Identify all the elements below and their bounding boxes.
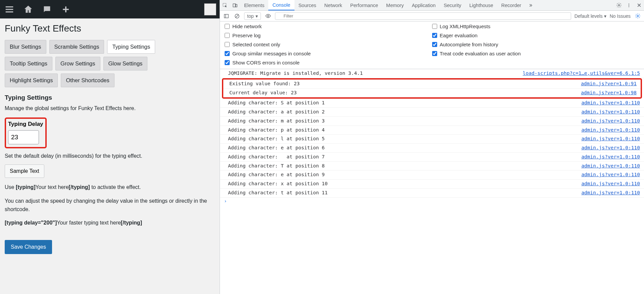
log-source-link[interactable]: admin.js?ver=1.0:110 xyxy=(581,171,640,179)
log-source-link[interactable]: admin.js?ver=1.0:110 xyxy=(581,180,640,188)
log-source-link[interactable]: admin.js?ver=1.0:110 xyxy=(581,144,640,152)
usage-open-tag: [typing] xyxy=(16,184,36,190)
log-message: Adding character: a at position 2 xyxy=(228,108,581,116)
setting-group-similar[interactable]: Group similar messages in console xyxy=(225,51,432,56)
svg-point-18 xyxy=(267,15,269,16)
tab-glow-settings[interactable]: Glow Settings xyxy=(103,57,148,70)
tab-scramble-settings[interactable]: Scramble Settings xyxy=(49,40,104,54)
setting-label: Log XMLHttpRequests xyxy=(440,23,491,29)
tab-network[interactable]: Network xyxy=(320,0,346,10)
kebab-menu-icon[interactable] xyxy=(624,0,634,10)
log-levels-selector[interactable]: Default levels▾ xyxy=(574,13,606,19)
tab-memory[interactable]: Memory xyxy=(382,0,408,10)
usage-suffix: to activate the effect. xyxy=(90,184,141,190)
tab-blur-settings[interactable]: Blur Settings xyxy=(5,40,46,54)
log-row: Adding character: at position 7admin.js?… xyxy=(220,153,644,162)
checkbox[interactable] xyxy=(225,51,230,56)
log-source-link[interactable]: admin.js?ver=1.0:98 xyxy=(581,89,637,97)
console-prompt[interactable]: › xyxy=(220,198,644,204)
save-changes-button[interactable]: Save Changes xyxy=(5,240,52,254)
sample-text-button[interactable]: Sample Text xyxy=(5,164,44,178)
tab-highlight-settings[interactable]: Highlight Settings xyxy=(5,74,58,87)
inspect-element-icon[interactable] xyxy=(220,0,230,10)
checkbox[interactable] xyxy=(432,24,437,29)
setting-label: Show CORS errors in console xyxy=(232,60,300,65)
tab-grow-settings[interactable]: Grow Settings xyxy=(55,57,100,70)
chevron-down-icon: ▾ xyxy=(256,13,258,19)
setting-autocomplete[interactable]: Autocomplete from history xyxy=(432,42,640,47)
log-source-link[interactable]: admin.js?ver=1.0:110 xyxy=(581,135,640,143)
checkbox[interactable] xyxy=(432,42,437,47)
setting-cors-errors[interactable]: Show CORS errors in console xyxy=(225,60,432,65)
toggle-device-icon[interactable] xyxy=(230,0,240,10)
toggle-sidebar-icon[interactable] xyxy=(223,12,230,20)
setting-treat-eval[interactable]: Treat code evaluation as user action xyxy=(432,51,640,56)
tab-lighthouse[interactable]: Lighthouse xyxy=(465,0,497,10)
checkbox[interactable] xyxy=(225,24,230,29)
log-source-link[interactable]: admin.js?ver=1.0:110 xyxy=(581,108,640,116)
chevron-down-icon: ▾ xyxy=(604,13,606,19)
issues-button[interactable]: No Issues xyxy=(610,13,631,19)
typing-delay-input[interactable] xyxy=(8,130,39,144)
svg-rect-14 xyxy=(224,14,228,18)
plus-icon[interactable] xyxy=(60,3,72,15)
tab-elements[interactable]: Elements xyxy=(240,0,268,10)
log-message: JQMIGRATE: Migrate is installed, version… xyxy=(228,70,523,77)
settings-gear-icon[interactable] xyxy=(614,0,624,10)
log-message: Existing value found: 23 xyxy=(229,80,581,88)
tab-performance[interactable]: Performance xyxy=(346,0,382,10)
setting-label: Eager evaluation xyxy=(440,33,478,38)
svg-point-9 xyxy=(629,3,629,4)
close-devtools-icon[interactable] xyxy=(634,0,644,10)
log-source-link[interactable]: admin.js?ver=1.0:110 xyxy=(581,99,640,107)
tab-other-shortcodes[interactable]: Other Shortcodes xyxy=(61,74,114,87)
clear-console-icon[interactable] xyxy=(233,12,241,20)
log-source-link[interactable]: admin.js?ver=1.0:110 xyxy=(581,117,640,125)
setting-hide-network[interactable]: Hide network xyxy=(225,23,432,29)
checkbox[interactable] xyxy=(432,51,437,56)
tab-tooltip-settings[interactable]: Tooltip Settings xyxy=(5,57,52,70)
log-source-link[interactable]: admin.js?ver=1.0:91 xyxy=(581,80,637,88)
setting-eager-eval[interactable]: Eager evaluation xyxy=(432,33,640,38)
setting-selected-context[interactable]: Selected context only xyxy=(225,42,432,47)
tab-recorder[interactable]: Recorder xyxy=(497,0,525,10)
log-source-link[interactable]: admin.js?ver=1.0:110 xyxy=(581,189,640,197)
checkbox[interactable] xyxy=(225,33,230,38)
page-title: Funky Text Effects xyxy=(5,23,215,34)
checkbox[interactable] xyxy=(225,60,230,65)
tab-console[interactable]: Console xyxy=(268,0,294,10)
tab-application[interactable]: Application xyxy=(408,0,440,10)
console-settings-gear-icon[interactable] xyxy=(634,12,641,20)
menu-icon[interactable] xyxy=(3,3,15,15)
log-source-link[interactable]: admin.js?ver=1.0:110 xyxy=(581,127,640,134)
example-open-tag: [typing delay="200"] xyxy=(5,220,57,226)
svg-point-8 xyxy=(618,4,619,6)
typing-delay-label: Typing Delay xyxy=(8,121,43,128)
console-filter-input[interactable] xyxy=(275,12,571,20)
console-settings-grid: Hide network Log XMLHttpRequests Preserv… xyxy=(220,21,644,69)
example-paragraph: [typing delay="200"]Your faster typing t… xyxy=(5,219,215,227)
log-source-link[interactable]: admin.js?ver=1.0:110 xyxy=(581,153,640,161)
tab-sources[interactable]: Sources xyxy=(294,0,320,10)
context-selector[interactable]: top▾ xyxy=(244,12,261,20)
live-expression-icon[interactable] xyxy=(264,12,272,20)
comment-icon[interactable] xyxy=(41,3,53,15)
example-close-tag: [/typing] xyxy=(121,220,142,226)
checkbox[interactable] xyxy=(432,33,437,38)
tab-security[interactable]: Security xyxy=(440,0,465,10)
log-source-link[interactable]: admin.js?ver=1.0:110 xyxy=(581,162,640,170)
svg-line-17 xyxy=(236,15,238,17)
log-message: Adding character: T at position 8 xyxy=(228,162,581,170)
log-message: Adding character: t at position 11 xyxy=(228,189,581,197)
log-source-link[interactable]: load-scripts.php?c=1…e,utils&ver=6.6.1:5 xyxy=(523,70,640,77)
checkbox[interactable] xyxy=(225,42,230,47)
setting-log-xhr[interactable]: Log XMLHttpRequests xyxy=(432,23,640,29)
log-row: Adding character: l at position 5admin.j… xyxy=(220,135,644,144)
setting-label: Autocomplete from history xyxy=(440,42,498,47)
tab-typing-settings[interactable]: Typing Settings xyxy=(107,40,155,54)
console-toolbar: top▾ Default levels▾ No Issues xyxy=(220,11,644,21)
home-icon[interactable] xyxy=(22,3,34,15)
more-tabs-icon[interactable] xyxy=(525,0,535,10)
setting-preserve-log[interactable]: Preserve log xyxy=(225,33,432,38)
avatar[interactable] xyxy=(204,3,216,15)
